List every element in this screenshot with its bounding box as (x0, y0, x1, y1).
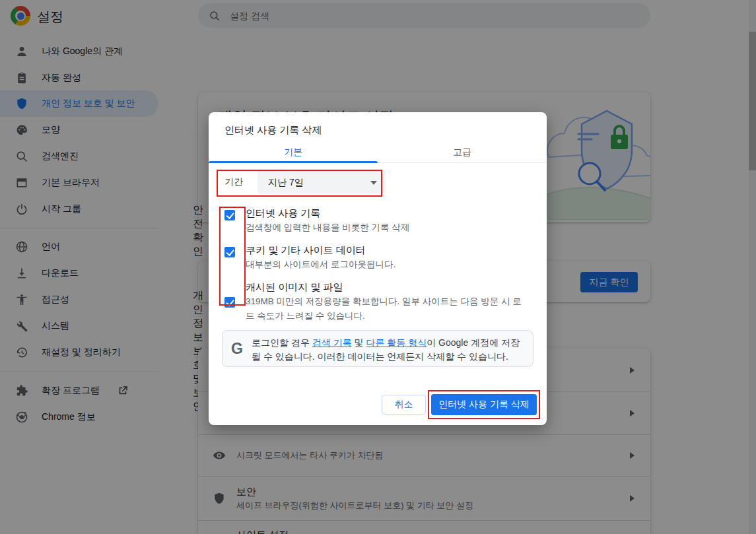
browsing-history-checkbox[interactable] (224, 210, 235, 220)
dialog-buttons: 취소 인터넷 사용 기록 삭제 (382, 394, 537, 415)
chrome-settings-page: 설정 나와 Google의 관계 자동 완성 개인 정보 보호 및 보안 모양 (0, 0, 756, 534)
google-g-logo: G (231, 340, 243, 358)
clear-browsing-data-dialog: 인터넷 사용 기록 삭제 기본 고급 기간 지난 7일 인터넷 사용 기록 검색… (209, 112, 547, 425)
time-range-row: 기간 지난 7일 (224, 170, 386, 194)
time-range-label: 기간 (224, 176, 243, 188)
other-activity-link[interactable]: 다른 활동 형식 (366, 337, 427, 348)
browsing-history-item: 인터넷 사용 기록 검색창에 입력한 내용을 비롯한 기록 삭제 (224, 206, 531, 235)
cookies-checkbox[interactable] (224, 247, 235, 257)
tab-advanced[interactable]: 고급 (378, 142, 547, 162)
google-account-notice: G 로그인할 경우 검색 기록 및 다른 활동 형식이 Google 계정에 저… (222, 330, 533, 367)
cookies-item: 쿠키 및 기타 사이트 데이터 대부분의 사이트에서 로그아웃됩니다. (224, 243, 531, 272)
dialog-tabs: 기본 고급 (209, 142, 547, 163)
dialog-title: 인터넷 사용 기록 삭제 (224, 124, 322, 137)
time-range-select[interactable]: 지난 7일 (258, 170, 386, 194)
search-history-link[interactable]: 검색 기록 (312, 337, 352, 348)
tab-basic[interactable]: 기본 (209, 142, 378, 162)
cached-images-checkbox[interactable] (224, 297, 235, 308)
chevron-down-icon (370, 181, 377, 185)
cached-images-item: 캐시된 이미지 및 파일 319MB 미만의 저장용량을 확보합니다. 일부 사… (224, 280, 531, 323)
clear-data-button[interactable]: 인터넷 사용 기록 삭제 (431, 394, 537, 415)
time-range-value: 지난 7일 (268, 177, 304, 187)
cancel-button[interactable]: 취소 (382, 395, 426, 415)
